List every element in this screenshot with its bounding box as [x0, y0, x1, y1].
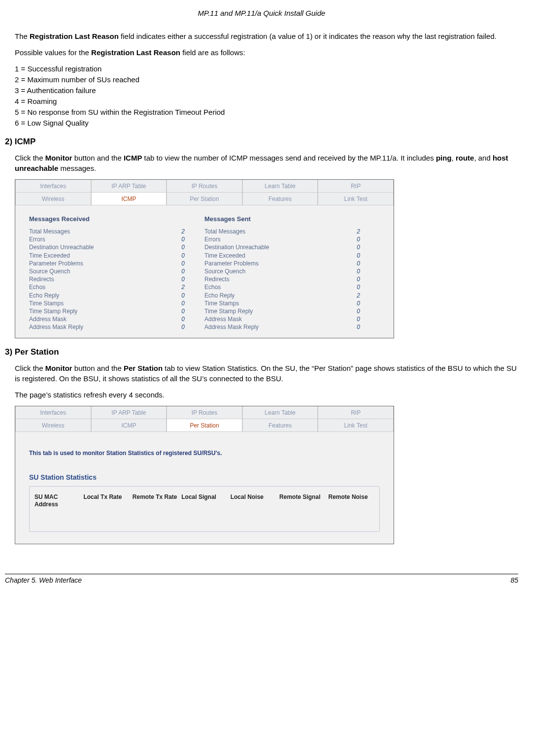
tab-learn-table[interactable]: Learn Table: [242, 180, 318, 193]
tab-ip-arp-table[interactable]: IP ARP Table: [91, 180, 167, 193]
stat-value: 0: [357, 260, 360, 267]
stat-value: 2: [181, 228, 185, 235]
stat-label: Destination Unreachable: [29, 243, 94, 251]
reason-item: 4 = Roaming: [15, 96, 518, 106]
messages-received-column: Messages Received Total Messages2Errors0…: [29, 215, 204, 331]
text: messages.: [58, 164, 96, 172]
stat-label: Address Mask Reply: [29, 323, 83, 331]
stat-value: 0: [357, 243, 360, 251]
text: field indicates either a successful regi…: [119, 32, 497, 40]
text: , and: [474, 154, 493, 162]
statistics-headers: SU MAC Address Local Tx Rate Remote Tx R…: [34, 493, 374, 508]
panel-info-text: This tab is used to monitor Station Stat…: [29, 450, 380, 457]
stat-row: Time Stamp Reply0: [29, 307, 204, 315]
stat-row: Source Quench0: [29, 267, 204, 275]
tab-icmp[interactable]: ICMP: [91, 419, 167, 432]
text: button and the: [72, 364, 124, 372]
tab-interfaces[interactable]: Interfaces: [15, 406, 91, 419]
tab-ip-routes[interactable]: IP Routes: [167, 406, 242, 419]
stat-value: 0: [181, 275, 185, 283]
section-icmp-text: Click the Monitor button and the ICMP ta…: [15, 153, 518, 173]
stat-value: 0: [181, 323, 185, 331]
stat-value: 0: [357, 235, 360, 243]
stat-row: Address Mask0: [204, 315, 380, 323]
stat-value: 0: [181, 235, 185, 243]
tab-wireless[interactable]: Wireless: [15, 193, 91, 205]
tab-ip-routes[interactable]: IP Routes: [167, 180, 242, 193]
section-per-station-title: 3) Per Station: [5, 347, 518, 357]
header-remote-signal: Remote Signal: [279, 493, 325, 508]
header-su-mac-address: SU MAC Address: [34, 493, 80, 508]
stat-value: 2: [357, 292, 360, 299]
section-icmp-title: 2) ICMP: [5, 137, 518, 147]
tab-per-station[interactable]: Per Station: [167, 193, 242, 205]
stat-label: Errors: [29, 235, 45, 243]
reason-item: 1 = Successful registration: [15, 64, 518, 74]
stat-label: Address Mask Reply: [204, 323, 259, 331]
text: button and the: [72, 154, 124, 162]
stat-value: 0: [181, 260, 185, 267]
text: Click the: [15, 364, 45, 372]
stat-value: 0: [181, 307, 185, 315]
term-registration-last-reason: Registration Last Reason: [91, 48, 180, 57]
tab-learn-table[interactable]: Learn Table: [242, 406, 318, 419]
header-local-signal: Local Signal: [181, 493, 227, 508]
stat-row: Echo Reply0: [29, 292, 204, 299]
tab-per-station[interactable]: Per Station: [167, 419, 242, 432]
stat-row: Echos2: [29, 283, 204, 291]
doc-header: MP.11 and MP.11/a Quick Install Guide: [5, 9, 518, 17]
stat-row: Destination Unreachable0: [204, 243, 380, 251]
stat-value: 0: [181, 243, 185, 251]
stat-row: Redirects0: [29, 275, 204, 283]
stat-label: Address Mask: [29, 315, 67, 323]
text: The: [15, 32, 30, 40]
stat-label: Source Quench: [29, 267, 70, 275]
stat-value: 0: [357, 252, 360, 260]
footer-chapter: Chapter 5. Web Interface: [5, 576, 82, 584]
stat-label: Errors: [204, 235, 221, 243]
tab-ip-arp-table[interactable]: IP ARP Table: [91, 406, 167, 419]
header-remote-noise: Remote Noise: [329, 493, 374, 508]
stat-value: 0: [181, 315, 185, 323]
tab-link-test[interactable]: Link Test: [318, 419, 394, 432]
reason-item: 6 = Low Signal Quality: [15, 118, 518, 128]
icmp-screenshot-panel: Interfaces IP ARP Table IP Routes Learn …: [15, 179, 394, 338]
tab-wireless[interactable]: Wireless: [15, 419, 91, 432]
tabs-row-2: Wireless ICMP Per Station Features Link …: [15, 193, 394, 205]
tab-features[interactable]: Features: [242, 193, 318, 205]
tab-interfaces[interactable]: Interfaces: [15, 180, 91, 193]
stat-row: Errors0: [204, 235, 380, 243]
stat-value: 0: [357, 315, 360, 323]
tab-rip[interactable]: RIP: [318, 406, 394, 419]
column-title: Messages Sent: [204, 215, 380, 223]
stat-value: 0: [181, 299, 185, 307]
stat-row: Errors0: [29, 235, 204, 243]
stat-label: Total Messages: [204, 228, 245, 235]
tab-link-test[interactable]: Link Test: [318, 193, 394, 205]
stat-label: Destination Unreachable: [204, 243, 269, 251]
page-footer: Chapter 5. Web Interface 85: [5, 574, 518, 584]
stat-row: Echos0: [204, 283, 380, 291]
tab-features[interactable]: Features: [242, 419, 318, 432]
header-local-noise: Local Noise: [231, 493, 276, 508]
stat-value: 0: [357, 299, 360, 307]
stat-value: 0: [181, 252, 185, 260]
text: ,: [452, 154, 456, 162]
footer-page-number: 85: [510, 576, 518, 584]
stat-label: Address Mask: [204, 315, 242, 323]
text: tab to view the number of ICMP messages …: [142, 154, 435, 162]
stat-row: Total Messages2: [204, 228, 380, 235]
column-title: Messages Received: [29, 215, 204, 223]
stat-label: Time Stamp Reply: [29, 307, 77, 315]
stat-label: Parameter Problems: [29, 260, 83, 267]
text: field are as follows:: [180, 48, 245, 57]
section-per-station-p1: Click the Monitor button and the Per Sta…: [15, 363, 518, 384]
stat-row: Redirects0: [204, 275, 380, 283]
tab-icmp[interactable]: ICMP: [91, 193, 167, 205]
header-local-tx-rate: Local Tx Rate: [83, 493, 129, 508]
tab-rip[interactable]: RIP: [318, 180, 394, 193]
stat-label: Redirects: [29, 275, 54, 283]
stat-label: Time Stamps: [29, 299, 64, 307]
stat-row: Time Exceeded0: [29, 252, 204, 260]
reason-item: 3 = Authentication failure: [15, 85, 518, 96]
